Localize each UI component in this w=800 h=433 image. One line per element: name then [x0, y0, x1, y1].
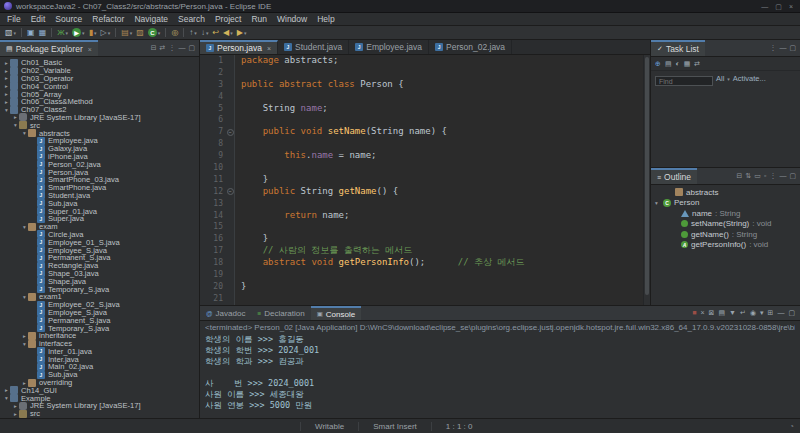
menu-run[interactable]: Run — [246, 14, 272, 24]
tree-item-src[interactable]: ▾src — [0, 121, 199, 129]
task-scope-all[interactable]: All — [716, 74, 724, 83]
expand-arrow-icon[interactable]: ▸ — [3, 75, 10, 81]
scrollbar-thumb[interactable] — [645, 57, 649, 295]
close-window-icon[interactable]: × — [789, 0, 793, 13]
outline-item-getpersoninfo[interactable]: AgetPersonInfo() : void — [651, 240, 800, 251]
new-java-project-icon[interactable]: ▤▾ — [120, 27, 133, 39]
view-menu-icon[interactable]: ⋮ — [168, 43, 175, 53]
task-find-input[interactable] — [655, 76, 713, 86]
fold-marker-icon[interactable]: − — [226, 126, 235, 138]
save-all-icon[interactable]: ▦ — [38, 27, 48, 39]
minimize-view-icon[interactable]: — — [779, 171, 786, 181]
fold-marker-icon[interactable]: − — [226, 186, 235, 198]
minimize-view-icon[interactable]: — — [779, 43, 786, 53]
expand-arrow-icon[interactable]: ▸ — [3, 60, 10, 66]
outline-item-name[interactable]: name : String — [651, 208, 800, 219]
last-edit-location-icon[interactable]: ↩ — [211, 27, 220, 39]
collapse-all-icon[interactable]: ⊟ — [737, 171, 743, 181]
menu-edit[interactable]: Edit — [26, 14, 51, 24]
previous-annotation-icon[interactable]: ↑▾ — [188, 27, 198, 39]
menu-file[interactable]: File — [2, 14, 26, 24]
expand-arrow-icon[interactable]: ▸ — [21, 333, 28, 339]
collapse-arrow-icon[interactable]: ▾ — [21, 341, 28, 347]
expand-arrow-icon[interactable]: ▸ — [3, 83, 10, 89]
progress-monitor-icon[interactable]: ◔ — [789, 422, 794, 431]
new-wizard-icon[interactable]: ▧▾ — [4, 27, 17, 39]
task-activate-link[interactable]: Activate... — [733, 74, 766, 83]
expand-arrow-icon[interactable]: ▸ — [3, 99, 10, 105]
close-view-icon[interactable]: × — [88, 46, 92, 53]
close-tab-icon[interactable]: × — [267, 45, 271, 52]
minimize-view-icon[interactable]: — — [178, 43, 185, 53]
collapse-arrow-icon[interactable]: ▾ — [21, 130, 28, 136]
remove-all-launches-icon[interactable]: ⊠ — [709, 308, 715, 318]
tree-item-inter-01-java[interactable]: JInter_01.java — [0, 347, 199, 355]
outline-item-setname-string[interactable]: setName(String) : void — [651, 219, 800, 230]
maximize-view-icon[interactable]: ▢ — [789, 171, 796, 181]
collapse-all-icon[interactable]: ⊟ — [151, 43, 157, 53]
save-icon[interactable]: ▣ — [26, 27, 36, 39]
tree-item-smartphone-java[interactable]: JSmartPhone.java — [0, 184, 199, 192]
tree-item-galaxy-java[interactable]: JGalaxy.java — [0, 145, 199, 153]
collapse-arrow-icon[interactable]: ▾ — [21, 224, 28, 230]
sort-icon[interactable]: ⇅ — [745, 171, 751, 181]
expand-arrow-icon[interactable]: ▸ — [12, 403, 19, 409]
tree-item-temporary-s-java[interactable]: JTemporary_S.java — [0, 285, 199, 293]
link-with-editor-icon[interactable]: ⇄ — [160, 43, 166, 53]
menu-navigate[interactable]: Navigate — [129, 14, 173, 24]
console-tab-console[interactable]: ▣Console — [311, 306, 362, 320]
editor-tab-person-java[interactable]: JPerson.java× — [200, 40, 278, 54]
synchronize-icon[interactable]: ⇄ — [694, 59, 700, 69]
expand-arrow-icon[interactable]: ▸ — [3, 387, 10, 393]
collapse-arrow-icon[interactable]: ▾ — [21, 294, 28, 300]
forward-history-icon[interactable]: ▶▾ — [236, 27, 248, 39]
tab-task-list[interactable]: ✓ Task List — [651, 40, 705, 56]
menu-help[interactable]: Help — [312, 14, 339, 24]
editor-tab-employee-java[interactable]: JEmployee.java — [349, 40, 429, 54]
tree-item-super-01-java[interactable]: JSuper_01.java — [0, 207, 199, 215]
pin-console-icon[interactable]: ◉ — [750, 308, 756, 318]
maximize-view-icon[interactable]: ▢ — [788, 308, 795, 318]
code-area[interactable]: 1package abstracts;23public abstract cla… — [200, 55, 643, 305]
remove-launch-icon[interactable]: × — [700, 308, 704, 318]
tree-item-person-02-java[interactable]: JPerson_02.java — [0, 160, 199, 168]
tree-item-employee-java[interactable]: JEmployee.java — [0, 137, 199, 145]
new-task-icon[interactable]: ⊕ — [655, 59, 661, 69]
tree-item-temporary-s-java[interactable]: JTemporary_S.java — [0, 324, 199, 332]
outline-item-person[interactable]: ▾CPerson — [651, 198, 800, 209]
collapse-arrow-icon[interactable]: ▾ — [3, 395, 10, 401]
expand-arrow-icon[interactable]: ▸ — [21, 380, 28, 386]
console-tab-declaration[interactable]: ≡Declaration — [251, 306, 310, 320]
console-tab-javadoc[interactable]: @Javadoc — [200, 306, 251, 320]
minimize-window-icon[interactable]: — — [761, 0, 768, 13]
new-package-icon[interactable]: ▨ — [135, 27, 145, 39]
next-annotation-icon[interactable]: ↓▾ — [200, 27, 210, 39]
menu-source[interactable]: Source — [50, 14, 87, 24]
outline-item-abstracts[interactable]: abstracts — [651, 187, 800, 198]
tree-item-shape-03-java[interactable]: JShape_03.java — [0, 270, 199, 278]
open-console-icon[interactable]: ⊞ — [768, 308, 774, 318]
word-wrap-icon[interactable]: ↵ — [740, 308, 746, 318]
search-icon[interactable]: ◎ — [170, 27, 179, 39]
tree-item-src[interactable]: ▸src — [0, 410, 199, 418]
tree-item-sub-java[interactable]: JSub.java — [0, 199, 199, 207]
console-body[interactable]: <terminated> Person_02 [Java Application… — [200, 321, 800, 418]
tree-item-exam[interactable]: ▾exam — [0, 223, 199, 231]
collapse-arrow-icon[interactable]: ▾ — [3, 107, 10, 113]
scroll-lock-icon[interactable]: ▼ — [729, 308, 736, 318]
editor-tab-person-02-java[interactable]: JPerson_02.java — [429, 40, 512, 54]
menu-refactor[interactable]: Refactor — [87, 14, 129, 24]
run-external-tools-icon[interactable]: ▷▾ — [100, 27, 112, 39]
tree-item-main-02-java[interactable]: JMain_02.java — [0, 363, 199, 371]
tab-package-explorer[interactable]: ▤ Package Explorer × — [0, 40, 98, 56]
categorized-icon[interactable]: ▤ — [665, 59, 672, 69]
tree-item-sub-java[interactable]: JSub.java — [0, 371, 199, 379]
tree-item-inter-java[interactable]: JInter.java — [0, 355, 199, 363]
tree-item-rectangle-java[interactable]: JRectangle.java — [0, 262, 199, 270]
tree-item-inheritance[interactable]: ▸inheritance — [0, 332, 199, 340]
tree-item-abstracts[interactable]: ▾abstracts — [0, 129, 199, 137]
tree-item-student-java[interactable]: JStudent.java — [0, 192, 199, 200]
run-icon[interactable]: ▶▾ — [71, 27, 86, 39]
hide-fields-icon[interactable]: ▭ — [754, 171, 761, 181]
focus-workweek-icon[interactable]: ▦ — [684, 59, 691, 69]
